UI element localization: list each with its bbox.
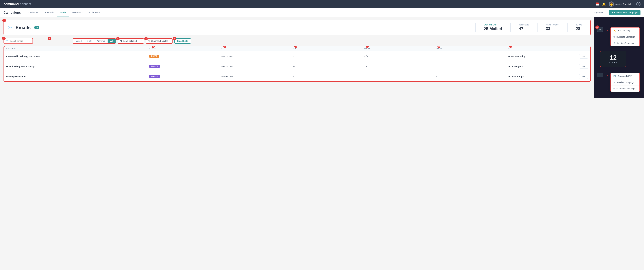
filter-archived[interactable]: Archived	[94, 39, 108, 43]
annotation-1: 1	[2, 19, 6, 22]
create-campaign-button[interactable]: ⊕ Create a New Campaign	[609, 10, 641, 15]
annotation-12: 12	[438, 46, 440, 48]
filter-all[interactable]: All	[108, 39, 116, 43]
email-table: 7 OVERVIEW 8 STATUS 9 DATE ⇕ 10 SENT 11	[4, 46, 591, 82]
stat-clicks: CLICKS 28	[571, 24, 587, 31]
row-title-1: Interested in selling your home?	[6, 55, 150, 57]
opens-3: 7	[364, 75, 436, 78]
user-menu[interactable]: 👩 Jessica Campbell ▾	[609, 1, 634, 7]
views-label: VIEWS (OPENS)	[546, 24, 559, 26]
download-icon: ⬇️	[614, 75, 616, 77]
main-content: 1 ✉️ Emails 15 LAST 30 DAYS ▾ 25 Mailed …	[0, 17, 594, 98]
clicks-highlight: 12 CLICKS	[600, 51, 626, 67]
tab-emails[interactable]: Emails	[57, 8, 69, 17]
duplicate-campaign-item[interactable]: ⧉ Duplicate Campaign	[611, 34, 640, 40]
calendar-icon[interactable]: 📅	[596, 2, 599, 6]
email-icon: ✉️	[7, 25, 13, 30]
divider3	[537, 23, 538, 32]
archive-campaign-item[interactable]: 🗄 Archive Campaign	[611, 40, 640, 46]
more-button-2[interactable]: •••	[579, 64, 588, 69]
clicks-label: CLICKS	[576, 24, 582, 26]
status-badge-3: MAILED	[150, 75, 221, 78]
table-header: 7 OVERVIEW 8 STATUS 9 DATE ⇕ 10 SENT 11	[4, 46, 590, 51]
date-1: Mar 27, 2020	[221, 55, 293, 57]
top-nav-right: 📅 🔔 👩 Jessica Campbell ▾ ?	[596, 1, 640, 7]
right-panel: 14 ••• → ✏️ Edit Campaign ⧉ Duplicate Ca…	[594, 17, 644, 98]
annotation-10: 10	[294, 46, 297, 48]
col-date: 9 DATE ⇕	[221, 48, 293, 50]
date-2: Mar 27, 2020	[221, 65, 293, 68]
filter-mailed[interactable]: Mailed	[73, 39, 84, 43]
download-csv-item[interactable]: ⬇️ Download CSV	[611, 73, 640, 79]
stats-card: ✉️ Emails 15 LAST 30 DAYS ▾ 25 Mailed RE…	[4, 20, 591, 35]
chevron-down-icon: ▾	[632, 3, 634, 5]
stats-left: ✉️ Emails 15	[7, 25, 472, 30]
nav-tabs: Dashboard Paid Ads Emails Direct Mail So…	[26, 8, 591, 17]
search-box: 🔍	[4, 38, 33, 44]
mailed-value: 25 Mailed	[484, 26, 502, 31]
annotation-2: 2	[2, 36, 6, 40]
edit-campaign-item[interactable]: ✏️ Edit Campaign	[611, 27, 640, 34]
brand: command connect	[4, 2, 31, 6]
table-row: Interested in selling your home? DRAFT M…	[4, 51, 590, 61]
tab-social-posts[interactable]: Social Posts	[86, 8, 104, 17]
preview-campaign-item[interactable]: 👁 Preview Campaign	[611, 79, 640, 85]
table-row: Download my new KW App! MAILED Mar 27, 2…	[4, 61, 590, 71]
channels-dropdown[interactable]: All Channels Selected ▾	[146, 38, 172, 44]
sent-2: 32	[293, 65, 364, 68]
email-lists-button[interactable]: Email Lists	[174, 38, 191, 44]
tab-dashboard[interactable]: Dashboard	[26, 8, 42, 17]
arrow-right-icon-2: →	[604, 73, 609, 78]
avatar: 👩	[609, 1, 614, 7]
annotation-5: 5	[144, 37, 148, 40]
tab-paid-ads[interactable]: Paid Ads	[42, 8, 57, 17]
goal-3: Attract Listings	[508, 75, 579, 78]
duplicate-campaign-item-2[interactable]: ⧉ Duplicate Campaign	[611, 85, 640, 92]
more-button-context-2[interactable]: •••	[597, 73, 603, 77]
search-input[interactable]	[10, 40, 30, 42]
opens-2: 16	[364, 65, 436, 68]
opens-1: N/A	[364, 55, 436, 57]
annotation-6: 6	[173, 37, 176, 40]
annotation-8: 8	[152, 46, 155, 48]
col-opens: 11 OPENS	[364, 48, 436, 50]
status-badge-2: MAILED	[150, 65, 221, 68]
annotation-7: 7	[4, 46, 5, 47]
views-value: 33	[546, 26, 559, 31]
recipients-value: 47	[519, 26, 529, 31]
chevron-down-icon: ▾	[141, 40, 142, 42]
payments-button[interactable]: Payments	[591, 11, 606, 14]
filter-draft[interactable]: Draft	[84, 39, 94, 43]
row-title-3: Monthly Newsletter	[6, 75, 150, 78]
archive-icon: 🗄	[614, 42, 616, 44]
period-label[interactable]: LAST 30 DAYS ▾	[484, 24, 502, 26]
page-title: Campaigns	[4, 11, 21, 14]
tab-direct-mail[interactable]: Direct Mail	[69, 8, 86, 17]
recipients-label: RECIPIENTS	[519, 24, 529, 26]
more-button-3[interactable]: •••	[579, 74, 588, 79]
annotation-11: 11	[366, 46, 369, 48]
annotation-3: 3	[48, 37, 51, 40]
goals-dropdown[interactable]: All Goals Selected ▾	[118, 38, 144, 44]
search-icon: 🔍	[6, 39, 9, 42]
edit-icon: ✏️	[614, 29, 616, 32]
duplicate-icon: ⧉	[614, 35, 615, 38]
clicks-value: 28	[576, 26, 582, 31]
clicks-3: 1	[436, 75, 508, 78]
sub-nav-right: Payments ⊕ Create a New Campaign	[591, 10, 640, 15]
row-title-2: Download my new KW App!	[6, 65, 150, 68]
help-button[interactable]: ?	[636, 2, 640, 6]
arrow-right-icon: →	[604, 28, 609, 32]
annotation-4: 4	[116, 37, 120, 40]
brand-command: command	[4, 2, 19, 6]
col-sent: 10 SENT	[293, 48, 364, 50]
col-actions	[579, 48, 588, 50]
notification-icon[interactable]: 🔔	[602, 2, 606, 6]
more-button-1[interactable]: •••	[579, 54, 588, 58]
email-count-badge: 15	[34, 26, 40, 29]
col-overview: OVERVIEW	[6, 48, 150, 50]
col-clicks: 12 CLICKS	[436, 48, 508, 50]
clicks-1: 0	[436, 55, 508, 57]
stat-views: VIEWS (OPENS) 33	[541, 24, 564, 31]
sub-nav: Campaigns Dashboard Paid Ads Emails Dire…	[0, 8, 644, 17]
